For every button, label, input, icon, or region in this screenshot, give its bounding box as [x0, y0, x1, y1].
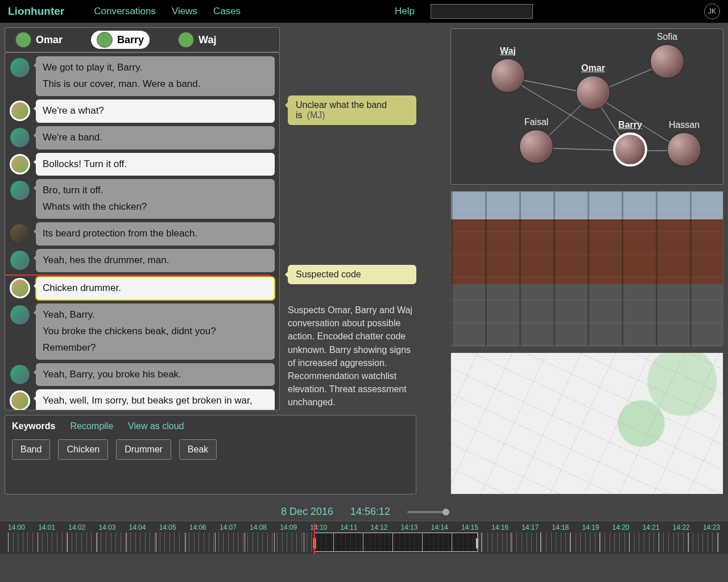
message-bubble[interactable]: Yeah, well, Im sorry, but beaks get brok…: [36, 389, 275, 410]
message-line: You broke the chickens beak, didnt you? …: [43, 323, 268, 356]
node-avatar: [519, 130, 553, 164]
message-bubble[interactable]: We're a what?: [36, 99, 275, 123]
message-bubble[interactable]: Its beard protection from the bleach.: [36, 222, 275, 246]
nav-views[interactable]: Views: [172, 6, 197, 17]
timeline-tick-label: 14:14: [431, 523, 448, 531]
message-bubble[interactable]: Yeah, Barry, you broke his beak.: [36, 363, 275, 386]
annotation-author: (MJ): [307, 110, 325, 120]
node-label: Barry: [607, 120, 653, 130]
keywords-panel: Keywords Recompile View as cloud BandChi…: [5, 415, 416, 494]
keywords-recompile[interactable]: Recompile: [70, 421, 113, 431]
timeline-tick-label: 14:19: [582, 523, 599, 531]
timeline-tick-label: 14:05: [159, 523, 176, 531]
annotation-text: Suspected code: [296, 269, 361, 279]
nav-cases[interactable]: Cases: [213, 6, 241, 17]
zoom-slider[interactable]: [407, 511, 447, 513]
keywords-view-cloud[interactable]: View as cloud: [128, 421, 184, 431]
participant-omar[interactable]: Omar: [10, 31, 68, 49]
graph-node-faisal[interactable]: Faisal: [514, 117, 559, 164]
message-bubble[interactable]: Chicken drummer.: [36, 277, 275, 300]
speaker-avatar-omar: [10, 127, 30, 148]
message-bubble[interactable]: We're a band.: [36, 126, 275, 149]
location-map[interactable]: [450, 352, 723, 494]
message-row[interactable]: We're a band.: [10, 126, 275, 149]
message-line: This is our cover, man. Were a band.: [43, 76, 268, 93]
message-row[interactable]: Yeah, Barry.You broke the chickens beak,…: [10, 304, 275, 360]
timeline-playhead[interactable]: [314, 523, 315, 554]
message-row[interactable]: Yeah, well, Im sorry, but beaks get brok…: [10, 389, 275, 410]
message-row[interactable]: We're a what?: [10, 99, 275, 123]
timeline-tick-label: 14:20: [613, 523, 630, 531]
brand: Lionhunter: [8, 5, 64, 18]
node-avatar: [650, 44, 684, 78]
alert-divider: [5, 275, 270, 276]
message-row[interactable]: We got to play it, Barry.This is our cov…: [10, 56, 275, 96]
message-row[interactable]: Bro, turn it off.Whats with the chicken?: [10, 179, 275, 219]
timeline-tick-label: 14:09: [280, 523, 297, 531]
message-row[interactable]: Its beard protection from the bleach.: [10, 222, 275, 246]
message-bubble[interactable]: Yeah, Barry.You broke the chickens beak,…: [36, 304, 275, 360]
message-line: Whats with the chicken?: [43, 199, 268, 215]
keyword-chip[interactable]: Beak: [179, 439, 217, 460]
speaker-avatar-omar: [10, 250, 30, 271]
participant-label: Barry: [117, 34, 144, 46]
case-summary: Suspects Omar, Barry and Waj conversatio…: [288, 304, 415, 409]
search-input[interactable]: [431, 4, 533, 19]
relationship-graph[interactable]: WajOmarSofiaFaisalBarryHassan: [450, 28, 723, 185]
nav-help[interactable]: Help: [395, 6, 415, 17]
message-bubble[interactable]: Bro, turn it off.Whats with the chicken?: [36, 179, 275, 219]
participant-waj[interactable]: Waj: [172, 31, 222, 49]
participants-bar: OmarBarryWaj: [5, 27, 280, 52]
nav-conversations[interactable]: Conversations: [94, 6, 156, 17]
speaker-avatar-omar: [10, 57, 30, 78]
participant-barry[interactable]: Barry: [91, 31, 150, 49]
message-line: Yeah, Barry.: [43, 307, 268, 323]
node-label: Faisal: [514, 117, 559, 127]
message-line: We got to play it, Barry.: [43, 60, 268, 76]
avatar-icon: [15, 32, 31, 48]
annotation[interactable]: Suspected code: [288, 265, 416, 284]
timeline-tick-label: 14:17: [522, 523, 539, 531]
graph-node-barry[interactable]: Barry: [607, 120, 653, 167]
location-photo[interactable]: [450, 191, 723, 347]
node-label: Waj: [485, 46, 531, 56]
message-line: Yeah, Barry, you broke his beak.: [43, 367, 268, 383]
keyword-chip[interactable]: Band: [12, 439, 50, 460]
graph-node-waj[interactable]: Waj: [485, 46, 531, 93]
graph-node-omar[interactable]: Omar: [570, 63, 616, 110]
graph-node-sofia[interactable]: Sofia: [644, 32, 690, 78]
speaker-avatar-omar: [10, 180, 30, 201]
keyword-chip[interactable]: Chicken: [58, 439, 108, 460]
participant-label: Waj: [198, 34, 216, 46]
timeline[interactable]: 14:0014:0114:0214:0314:0414:0514:0614:07…: [0, 521, 728, 554]
message-line: Its beard protection from the bleach.: [43, 226, 268, 242]
graph-node-hassan[interactable]: Hassan: [661, 120, 707, 167]
timeline-time: 14:56:12: [350, 506, 390, 518]
message-bubble[interactable]: We got to play it, Barry.This is our cov…: [36, 56, 275, 96]
participant-label: Omar: [36, 34, 63, 46]
timeline-tick-label: 14:12: [371, 523, 388, 531]
timeline-tick-label: 14:07: [220, 523, 237, 531]
node-avatar: [576, 76, 610, 110]
speaker-avatar-waj: [10, 223, 30, 244]
user-avatar[interactable]: JK: [704, 3, 720, 19]
message-row[interactable]: Chicken drummer.: [10, 277, 275, 300]
message-row[interactable]: Bollocks! Turn it off.: [10, 153, 275, 176]
timeline-tick-label: 14:22: [673, 523, 690, 531]
annotation[interactable]: Unclear what the band is(MJ): [288, 95, 416, 125]
top-bar: Lionhunter Conversations Views Cases Hel…: [0, 0, 728, 23]
timeline-tick-label: 14:21: [643, 523, 660, 531]
message-bubble[interactable]: Yeah, hes the drummer, man.: [36, 249, 275, 272]
node-avatar: [613, 132, 647, 167]
timeline-selection[interactable]: [314, 533, 478, 552]
speaker-avatar-barry: [10, 390, 30, 410]
message-row[interactable]: Yeah, hes the drummer, man.: [10, 249, 275, 272]
message-bubble[interactable]: Bollocks! Turn it off.: [36, 153, 275, 176]
timeline-tick-label: 14:18: [552, 523, 569, 531]
selection-handle-left[interactable]: [313, 538, 316, 549]
timeline-tick-label: 14:08: [250, 523, 267, 531]
speaker-avatar-barry: [10, 154, 30, 174]
selection-handle-right[interactable]: [475, 538, 479, 549]
keyword-chip[interactable]: Drummer: [116, 439, 171, 460]
message-row[interactable]: Yeah, Barry, you broke his beak.: [10, 363, 275, 386]
